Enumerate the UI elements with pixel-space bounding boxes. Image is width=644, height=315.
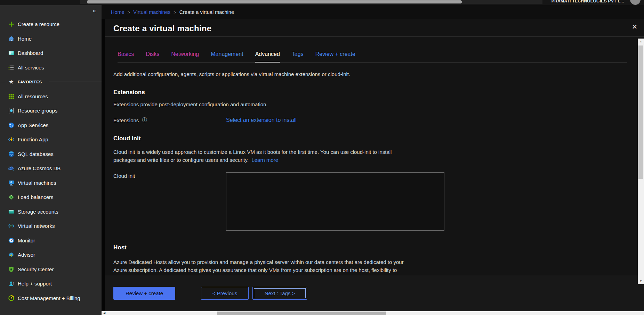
resource-group-icon <box>8 107 15 114</box>
network-icon <box>8 223 15 229</box>
extensions-description: Extensions provide post-deployment confi… <box>113 101 630 107</box>
sidebar-item-label: Help + support <box>18 281 52 287</box>
tenant-name[interactable]: PRAMATI TECHNOLOGIES PVT L... <box>552 0 624 3</box>
tab-management[interactable]: Management <box>211 51 243 62</box>
learn-more-link[interactable]: Learn more <box>251 157 278 163</box>
cloud-init-textarea[interactable] <box>226 172 444 231</box>
cloud-init-description-line2: packages and write files or to configure… <box>113 156 630 164</box>
next-tags-button[interactable]: Next : Tags > <box>252 287 307 300</box>
create-vm-blade: Create a virtual machine ✕ Basics Disks … <box>105 19 644 311</box>
cloud-init-description-line1: Cloud init is a widely used approach to … <box>113 148 630 156</box>
advisor-icon <box>8 251 15 258</box>
sidebar-item-resource-groups[interactable]: Resource groups <box>0 103 102 118</box>
list-icon <box>8 64 15 71</box>
main-content: Home > Virtual machines > Create a virtu… <box>102 5 644 315</box>
breadcrumb: Home > Virtual machines > Create a virtu… <box>102 5 644 19</box>
load-balancer-icon <box>8 194 15 200</box>
sidebar-item-security-center[interactable]: Security Center <box>0 262 102 277</box>
cloud-init-description-text: packages and write files or to configure… <box>113 157 249 163</box>
tab-networking[interactable]: Networking <box>171 51 199 62</box>
field-label-text: Cloud init <box>113 173 135 179</box>
divider <box>49 82 102 82</box>
tab-review-create[interactable]: Review + create <box>315 51 355 62</box>
tab-tags[interactable]: Tags <box>292 51 304 62</box>
vertical-scrollbar-thumb[interactable] <box>638 45 643 179</box>
horizontal-scrollbar-thumb[interactable] <box>217 312 386 315</box>
extensions-field-label: Extensions ⓘ <box>113 117 226 123</box>
scroll-up-icon[interactable]: ▲ <box>638 39 644 44</box>
sidebar-item-cost-management-billing[interactable]: $ Cost Management + Billing <box>0 291 102 306</box>
sidebar-item-label: Home <box>18 36 32 42</box>
page-title: Create a virtual machine <box>105 19 644 33</box>
help-icon <box>8 280 15 287</box>
sidebar-item-monitor[interactable]: Monitor <box>0 233 102 248</box>
blade-body: Basics Disks Networking Management Advan… <box>105 37 644 275</box>
sidebar-item-create-a-resource[interactable]: Create a resource <box>0 17 102 32</box>
gauge-icon <box>8 237 15 244</box>
sidebar-item-help-support[interactable]: Help + support <box>0 276 102 291</box>
sidebar-item-advisor[interactable]: Advisor <box>0 248 102 262</box>
sidebar-item-label: Security Center <box>18 266 54 272</box>
sidebar-item-load-balancers[interactable]: Load balancers <box>0 190 102 205</box>
close-icon[interactable]: ✕ <box>632 23 637 31</box>
breadcrumb-home-link[interactable]: Home <box>111 9 124 15</box>
sidebar-item-label: Virtual networks <box>18 223 55 229</box>
sidebar-favorites-header: ★ FAVORITES <box>0 75 102 89</box>
scroll-down-icon[interactable]: ▼ <box>638 278 644 284</box>
info-icon[interactable]: ⓘ <box>142 117 147 123</box>
cloud-init-heading: Cloud init <box>113 135 630 142</box>
sidebar-item-virtual-machines[interactable]: Virtual machines <box>0 176 102 190</box>
top-scrollbar-track[interactable] <box>80 0 542 4</box>
shield-icon <box>8 266 15 273</box>
sidebar-item-sql-databases[interactable]: SQL SQL databases <box>0 147 102 161</box>
sidebar-item-virtual-networks[interactable]: Virtual networks <box>0 219 102 233</box>
top-scrollbar-thumb[interactable] <box>87 0 462 3</box>
sidebar: « Create a resource Home Dashboard All s… <box>0 5 102 315</box>
dashboard-icon <box>8 50 15 56</box>
breadcrumb-virtual-machines-link[interactable]: Virtual machines <box>133 9 170 15</box>
host-heading: Host <box>113 244 630 251</box>
sidebar-item-label: Dashboard <box>18 50 43 56</box>
sidebar-item-storage-accounts[interactable]: Storage accounts <box>0 205 102 219</box>
tab-disks[interactable]: Disks <box>146 51 159 62</box>
tab-basics[interactable]: Basics <box>118 51 134 62</box>
host-description-line1: Azure Dedicated Hosts allow you to provi… <box>113 258 630 266</box>
globe-icon <box>8 122 15 129</box>
sidebar-item-label: Azure Cosmos DB <box>18 165 61 171</box>
avatar[interactable] <box>630 0 641 5</box>
breadcrumb-separator: > <box>174 10 176 15</box>
horizontal-scrollbar[interactable]: ◀ <box>102 311 644 315</box>
svg-text:SQL: SQL <box>9 154 13 156</box>
sidebar-item-home[interactable]: Home <box>0 32 102 46</box>
sidebar-item-azure-cosmos-db[interactable]: Azure Cosmos DB <box>0 161 102 176</box>
sidebar-item-label: Load balancers <box>18 194 54 200</box>
planet-icon <box>8 165 15 172</box>
sidebar-item-label: Storage accounts <box>18 209 58 215</box>
sidebar-item-function-app[interactable]: Function App <box>0 132 102 147</box>
tab-bar: Basics Disks Networking Management Advan… <box>118 51 627 63</box>
plus-icon <box>8 21 15 27</box>
sidebar-collapse-icon[interactable]: « <box>93 7 96 14</box>
vertical-scrollbar[interactable]: ▲ ▼ <box>638 39 644 284</box>
sidebar-item-label: Cost Management + Billing <box>18 295 80 301</box>
sidebar-item-dashboard[interactable]: Dashboard <box>0 46 102 60</box>
sidebar-item-all-services[interactable]: All services <box>0 60 102 75</box>
tab-intro-text: Add additional configuration, agents, sc… <box>113 71 630 77</box>
select-extension-link[interactable]: Select an extension to install <box>226 117 297 123</box>
field-label-text: Extensions <box>113 117 139 123</box>
cost-icon: $ <box>8 295 15 301</box>
previous-button[interactable]: < Previous <box>201 287 249 300</box>
sidebar-item-label: SQL databases <box>18 151 54 157</box>
top-bar: PRAMATI TECHNOLOGIES PVT L... <box>0 0 644 5</box>
tab-advanced[interactable]: Advanced <box>255 51 280 63</box>
lightning-icon <box>8 136 15 143</box>
sidebar-item-label: Advisor <box>18 252 35 258</box>
sidebar-item-all-resources[interactable]: All resources <box>0 89 102 104</box>
sidebar-item-app-services[interactable]: App Services <box>0 118 102 133</box>
review-create-button[interactable]: Review + create <box>113 287 175 300</box>
host-description-line2: Azure subscription. A dedicated host giv… <box>113 266 630 274</box>
grid-icon <box>8 93 15 100</box>
favorites-label: FAVORITES <box>18 80 42 84</box>
storage-icon <box>8 208 15 215</box>
scroll-left-icon[interactable]: ◀ <box>103 311 105 315</box>
